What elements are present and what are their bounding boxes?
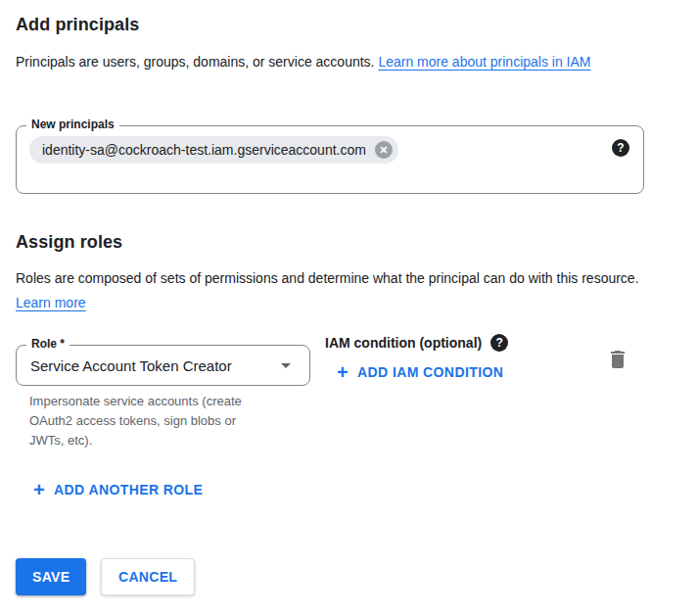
plus-icon: + <box>337 363 349 381</box>
add-another-role-button[interactable]: + ADD ANOTHER ROLE <box>33 481 203 498</box>
add-another-role-label: ADD ANOTHER ROLE <box>54 482 203 498</box>
learn-more-principals-link[interactable]: Learn more about principals in IAM <box>378 54 590 70</box>
learn-more-roles-link[interactable]: Learn more <box>16 295 86 310</box>
add-iam-condition-label: ADD IAM CONDITION <box>357 364 503 380</box>
trash-icon <box>606 348 629 371</box>
add-principals-description-text: Principals are users, groups, domains, o… <box>16 54 378 70</box>
role-description: Impersonate service accounts (create OAu… <box>29 392 262 450</box>
role-selected-value: Service Account Token Creator <box>30 346 268 385</box>
assign-roles-description: Roles are composed of sets of permission… <box>16 266 642 315</box>
save-button[interactable]: SAVE <box>16 558 86 595</box>
assign-roles-description-text: Roles are composed of sets of permission… <box>16 270 639 286</box>
principal-chip: identity-sa@cockroach-test.iam.gservicea… <box>29 136 398 164</box>
add-principals-description: Principals are users, groups, domains, o… <box>16 50 657 74</box>
principal-chip-text: identity-sa@cockroach-test.iam.gservicea… <box>42 142 366 158</box>
plus-icon: + <box>33 481 45 498</box>
delete-role-button[interactable] <box>604 346 631 373</box>
new-principals-help-icon[interactable]: ? <box>612 139 629 157</box>
chevron-down-icon <box>274 354 298 377</box>
iam-condition-label: IAM condition (optional) <box>325 335 482 351</box>
role-select[interactable]: Role * Service Account Token Creator <box>16 345 310 386</box>
add-principals-title: Add principals <box>16 15 139 35</box>
new-principals-label: New principals <box>26 118 119 131</box>
iam-condition-header: IAM condition (optional) ? <box>325 334 508 352</box>
assign-roles-title: Assign roles <box>16 232 122 253</box>
add-principals-dialog: Add principals Principals are users, gro… <box>0 0 698 616</box>
chip-remove-icon[interactable]: ✕ <box>375 141 393 159</box>
new-principals-field[interactable]: New principals identity-sa@cockroach-tes… <box>16 125 644 194</box>
iam-condition-help-icon[interactable]: ? <box>490 334 508 352</box>
add-iam-condition-button[interactable]: + ADD IAM CONDITION <box>337 363 503 381</box>
cancel-button[interactable]: CANCEL <box>101 558 195 595</box>
